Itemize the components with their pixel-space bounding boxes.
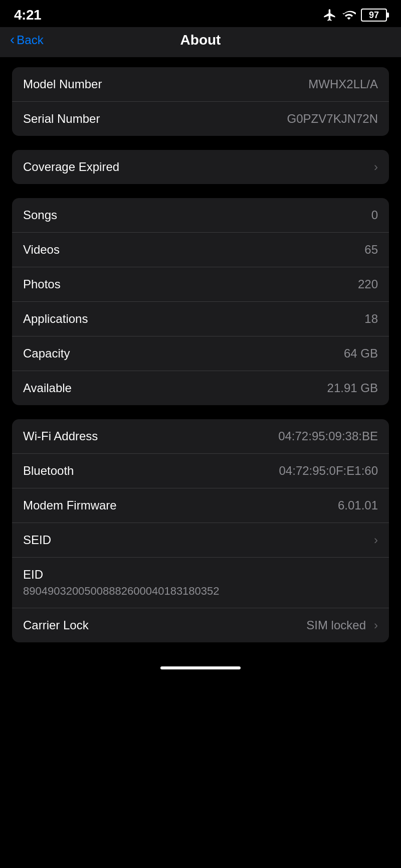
eid-label: EID <box>23 568 43 582</box>
airplane-icon <box>323 8 337 22</box>
status-bar: 4:21 97 <box>0 0 401 27</box>
capacity-row: Capacity 64 GB <box>12 336 389 371</box>
storage-group: Songs 0 Videos 65 Photos 220 Application… <box>12 198 389 405</box>
wifi-icon <box>342 8 356 22</box>
available-value: 21.91 GB <box>327 381 378 395</box>
videos-value: 65 <box>364 243 378 257</box>
wifi-address-label: Wi-Fi Address <box>23 429 272 443</box>
model-number-row: Model Number MWHX2LL/A <box>12 67 389 102</box>
photos-row: Photos 220 <box>12 267 389 302</box>
modem-firmware-row: Modem Firmware 6.01.01 <box>12 488 389 523</box>
applications-value: 18 <box>364 312 378 326</box>
nav-bar: ‹ Back About <box>0 27 401 57</box>
battery-indicator: 97 <box>361 9 387 22</box>
device-info-group: Model Number MWHX2LL/A Serial Number G0P… <box>12 67 389 136</box>
carrier-lock-label: Carrier Lock <box>23 618 300 632</box>
capacity-label: Capacity <box>23 346 338 361</box>
seid-row[interactable]: SEID › <box>12 523 389 558</box>
songs-row: Songs 0 <box>12 198 389 233</box>
songs-value: 0 <box>371 208 378 222</box>
seid-label: SEID <box>23 533 369 547</box>
network-group: Wi-Fi Address 04:72:95:09:38:BE Bluetoot… <box>12 419 389 642</box>
bluetooth-label: Bluetooth <box>23 464 273 478</box>
wifi-address-value: 04:72:95:09:38:BE <box>278 429 378 443</box>
available-row: Available 21.91 GB <box>12 371 389 405</box>
home-indicator <box>0 656 401 674</box>
battery-container: 97 <box>361 9 387 22</box>
back-chevron-icon: ‹ <box>10 33 15 47</box>
songs-label: Songs <box>23 208 365 222</box>
bluetooth-value: 04:72:95:0F:E1:60 <box>279 464 378 478</box>
page-title: About <box>180 32 221 48</box>
eid-row: EID 89049032005008882600040183180352 <box>12 558 389 608</box>
capacity-value: 64 GB <box>344 346 378 361</box>
coverage-chevron-icon: › <box>374 160 378 174</box>
serial-number-value: G0PZV7KJN72N <box>287 112 378 126</box>
back-button[interactable]: ‹ Back <box>10 33 44 47</box>
model-number-value: MWHX2LL/A <box>308 77 378 91</box>
available-label: Available <box>23 381 321 395</box>
eid-value: 89049032005008882600040183180352 <box>23 585 220 598</box>
status-icons: 97 <box>323 8 387 22</box>
coverage-expired-row[interactable]: Coverage Expired › <box>12 150 389 184</box>
back-label: Back <box>17 33 43 47</box>
model-number-label: Model Number <box>23 77 302 91</box>
serial-number-label: Serial Number <box>23 112 281 126</box>
bluetooth-row: Bluetooth 04:72:95:0F:E1:60 <box>12 454 389 488</box>
wifi-address-row: Wi-Fi Address 04:72:95:09:38:BE <box>12 419 389 454</box>
status-time: 4:21 <box>14 7 41 23</box>
photos-value: 220 <box>358 277 378 291</box>
battery-level: 97 <box>369 10 379 21</box>
carrier-lock-chevron-icon: › <box>374 618 378 632</box>
carrier-lock-row[interactable]: Carrier Lock SIM locked › <box>12 608 389 642</box>
photos-label: Photos <box>23 277 352 291</box>
modem-firmware-value: 6.01.01 <box>338 498 378 512</box>
modem-firmware-label: Modem Firmware <box>23 498 332 512</box>
seid-chevron-icon: › <box>374 533 378 547</box>
carrier-lock-value: SIM locked <box>306 618 366 632</box>
coverage-expired-label: Coverage Expired <box>23 160 369 174</box>
serial-number-row: Serial Number G0PZV7KJN72N <box>12 102 389 136</box>
applications-label: Applications <box>23 312 358 326</box>
videos-row: Videos 65 <box>12 233 389 267</box>
home-bar <box>160 666 241 669</box>
applications-row: Applications 18 <box>12 302 389 336</box>
videos-label: Videos <box>23 243 358 257</box>
